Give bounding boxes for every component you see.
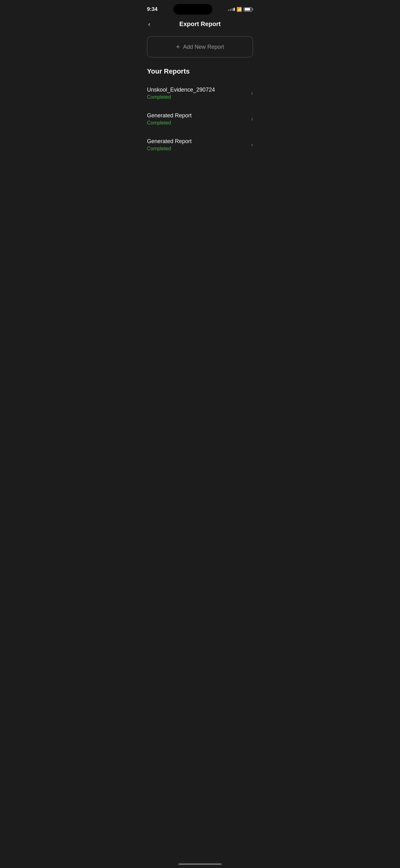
add-report-label: Add New Report (183, 44, 224, 50)
battery-icon (244, 7, 253, 11)
section-title: Your Reports (147, 67, 253, 75)
report-status: Completed (147, 146, 247, 152)
report-name: Generated Report (147, 113, 247, 119)
report-status: Completed (147, 120, 247, 126)
page-title: Export Report (179, 21, 221, 28)
status-time: 9:34 (147, 6, 158, 12)
signal-icon (228, 8, 235, 11)
back-button[interactable]: ‹ (147, 19, 152, 29)
dynamic-island (173, 4, 212, 14)
report-info: Generated Report Completed (147, 138, 247, 152)
chevron-right-icon: › (251, 142, 253, 148)
report-info: Generated Report Completed (147, 113, 247, 126)
status-icons: 📶 (228, 7, 253, 12)
reports-section: Your Reports Unskool_Evidence_290724 Com… (139, 67, 261, 156)
wifi-icon: 📶 (237, 7, 242, 12)
report-name: Generated Report (147, 138, 247, 145)
report-info: Unskool_Evidence_290724 Completed (147, 87, 247, 100)
chevron-right-icon: › (251, 90, 253, 97)
report-item[interactable]: Unskool_Evidence_290724 Completed › (147, 82, 253, 105)
add-new-report-button[interactable]: + Add New Report (147, 36, 253, 57)
status-bar: 9:34 📶 (139, 0, 261, 17)
chevron-right-icon: › (251, 116, 253, 122)
report-item[interactable]: Generated Report Completed › (147, 133, 253, 156)
nav-header: ‹ Export Report (139, 17, 261, 34)
report-status: Completed (147, 94, 247, 100)
report-item[interactable]: Generated Report Completed › (147, 107, 253, 131)
report-name: Unskool_Evidence_290724 (147, 87, 247, 93)
plus-icon: + (176, 43, 180, 50)
